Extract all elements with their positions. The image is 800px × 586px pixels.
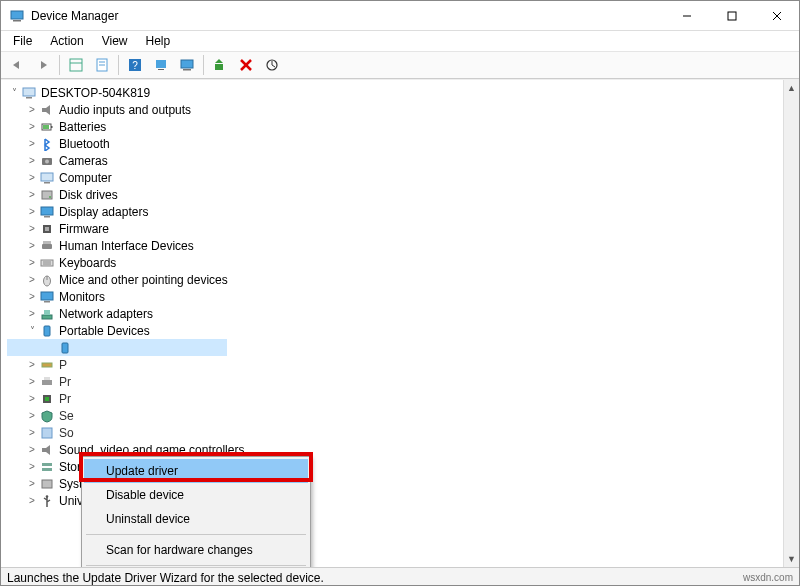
menu-help[interactable]: Help xyxy=(138,33,179,49)
menu-action[interactable]: Action xyxy=(42,33,91,49)
tree-item[interactable]: >P xyxy=(7,356,783,373)
svg-rect-38 xyxy=(43,241,51,244)
expand-icon[interactable]: > xyxy=(25,172,39,183)
svg-rect-37 xyxy=(42,244,52,249)
expand-icon[interactable]: > xyxy=(25,121,39,132)
tree-item-label: Bluetooth xyxy=(59,137,110,151)
tree-item[interactable]: >Audio inputs and outputs xyxy=(7,101,783,118)
tree-item[interactable]: ˅Portable Devices xyxy=(7,322,783,339)
expand-icon[interactable]: > xyxy=(25,189,39,200)
context-menu: Update driver Disable device Uninstall d… xyxy=(81,456,311,567)
svg-rect-54 xyxy=(45,397,49,401)
collapse-icon[interactable]: ˅ xyxy=(7,87,21,98)
menu-view[interactable]: View xyxy=(94,33,136,49)
expand-icon[interactable]: > xyxy=(25,223,39,234)
tree-item[interactable]: >Network adapters xyxy=(7,305,783,322)
toolbar-separator xyxy=(203,55,204,75)
expand-icon[interactable]: > xyxy=(25,427,39,438)
tree-item[interactable]: >Display adapters xyxy=(7,203,783,220)
svg-line-4 xyxy=(773,12,781,20)
scan-hardware-button[interactable] xyxy=(260,54,284,76)
expand-icon[interactable]: > xyxy=(25,308,39,319)
security-icon xyxy=(39,408,55,424)
expand-icon[interactable]: > xyxy=(25,291,39,302)
svg-rect-34 xyxy=(44,216,50,218)
title-bar: Device Manager xyxy=(1,1,799,31)
ctx-disable-device[interactable]: Disable device xyxy=(84,483,308,507)
ctx-uninstall-device[interactable]: Uninstall device xyxy=(84,507,308,531)
svg-rect-25 xyxy=(51,126,53,128)
tree-item[interactable]: >Mice and other pointing devices xyxy=(7,271,783,288)
disk-icon xyxy=(39,187,55,203)
back-button[interactable] xyxy=(5,54,29,76)
uninstall-button[interactable] xyxy=(234,54,258,76)
tree-item-label: Pr xyxy=(59,392,71,406)
tree-item[interactable]: >Cameras xyxy=(7,152,783,169)
expand-icon[interactable]: > xyxy=(25,240,39,251)
expand-icon[interactable]: > xyxy=(25,376,39,387)
expand-icon[interactable]: > xyxy=(25,410,39,421)
ctx-update-driver[interactable]: Update driver xyxy=(84,459,308,483)
tree-item[interactable]: >Monitors xyxy=(7,288,783,305)
svg-line-5 xyxy=(773,12,781,20)
expand-icon[interactable]: > xyxy=(25,155,39,166)
expand-icon[interactable]: > xyxy=(25,138,39,149)
svg-rect-21 xyxy=(23,88,35,96)
svg-rect-52 xyxy=(44,377,50,380)
vertical-scrollbar[interactable]: ▲ ▼ xyxy=(783,80,799,567)
tree-item[interactable]: >Bluetooth xyxy=(7,135,783,152)
monitor-icon xyxy=(39,289,55,305)
tree-item-label: Pr xyxy=(59,375,71,389)
svg-rect-36 xyxy=(45,227,49,231)
forward-button[interactable] xyxy=(31,54,55,76)
svg-rect-45 xyxy=(44,301,50,303)
expand-icon[interactable]: > xyxy=(25,257,39,268)
tree-item[interactable]: >Pr xyxy=(7,390,783,407)
expand-icon[interactable]: > xyxy=(25,444,39,455)
tree-item[interactable]: >So xyxy=(7,424,783,441)
svg-rect-49 xyxy=(62,343,68,353)
expand-icon[interactable]: > xyxy=(25,274,39,285)
tree-item[interactable]: >Human Interface Devices xyxy=(7,237,783,254)
show-hide-tree-button[interactable] xyxy=(64,54,88,76)
tree-item-label: Batteries xyxy=(59,120,106,134)
properties-button[interactable] xyxy=(90,54,114,76)
menu-file[interactable]: File xyxy=(5,33,40,49)
device-icon xyxy=(57,340,73,356)
scroll-down-icon[interactable]: ▼ xyxy=(785,551,799,567)
scroll-up-icon[interactable]: ▲ xyxy=(785,80,799,96)
update-driver-button[interactable] xyxy=(208,54,232,76)
tree-item-label: Display adapters xyxy=(59,205,148,219)
expand-icon[interactable]: > xyxy=(25,206,39,217)
expand-icon[interactable]: ˅ xyxy=(25,325,39,336)
ctx-scan-hardware[interactable]: Scan for hardware changes xyxy=(84,538,308,562)
storage-icon xyxy=(39,459,55,475)
tree-item[interactable]: >Keyboards xyxy=(7,254,783,271)
expand-icon[interactable]: > xyxy=(25,478,39,489)
status-text: Launches the Update Driver Wizard for th… xyxy=(7,571,324,585)
expand-icon[interactable]: > xyxy=(25,495,39,506)
expand-icon[interactable]: > xyxy=(25,104,39,115)
svg-rect-0 xyxy=(11,11,23,19)
tree-subitem[interactable] xyxy=(7,339,227,356)
expand-icon[interactable]: > xyxy=(25,359,39,370)
tree-item[interactable]: >Disk drives xyxy=(7,186,783,203)
tree-item[interactable]: >Pr xyxy=(7,373,783,390)
help-button[interactable]: ? xyxy=(123,54,147,76)
hid-icon xyxy=(39,238,55,254)
expand-icon[interactable]: > xyxy=(25,393,39,404)
tree-item-label: Keyboards xyxy=(59,256,116,270)
tree-item[interactable]: >Se xyxy=(7,407,783,424)
expand-icon[interactable]: > xyxy=(25,461,39,472)
minimize-button[interactable] xyxy=(664,1,709,31)
tree-item[interactable]: >Computer xyxy=(7,169,783,186)
view-button[interactable] xyxy=(175,54,199,76)
tree-item[interactable]: >Firmware xyxy=(7,220,783,237)
tree-root[interactable]: ˅ DESKTOP-504K819 xyxy=(7,84,783,101)
maximize-button[interactable] xyxy=(709,1,754,31)
tree-item-label: Audio inputs and outputs xyxy=(59,103,191,117)
close-button[interactable] xyxy=(754,1,799,31)
scroll-track[interactable] xyxy=(784,96,799,551)
tree-item[interactable]: >Batteries xyxy=(7,118,783,135)
devices-button[interactable] xyxy=(149,54,173,76)
